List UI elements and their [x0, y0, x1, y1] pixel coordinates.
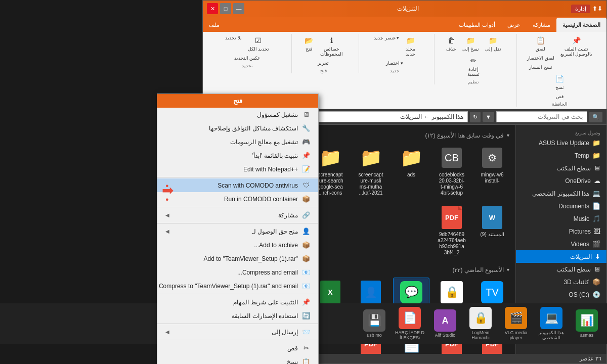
- sidebar-item-asus[interactable]: 📁ASUS Live Update: [516, 136, 606, 149]
- ribbon-group-organize: 📁 نقل إلى 📁 نسخ إلى 🗑 حذف ✏ إعادةتسمية ت…: [434, 34, 512, 84]
- btn-new-item[interactable]: ▾ عنصر جديد: [371, 34, 402, 58]
- ctx-pin-taskbar[interactable]: 📌التثبيت على شريط المهام: [157, 295, 318, 309]
- btn-shortcut[interactable]: ▾ اختصار: [383, 59, 406, 67]
- ctx-sep-4: [157, 294, 318, 294]
- ribbon-group-new: 📁 مجلدجديد ▾ عنصر جديد ▾ اختصار جديد: [359, 34, 430, 73]
- quick-access-label: وصول سريع: [516, 127, 606, 136]
- btn-cut[interactable]: قص: [552, 93, 568, 101]
- ctx-troubleshoot[interactable]: 🔧استكشاف مشاكل التوافق وإصلاحها: [157, 121, 318, 135]
- ctx-sep-6: [157, 340, 318, 340]
- btn-rename[interactable]: ✏ إعادةتسمية: [465, 54, 482, 78]
- maximize-button[interactable]: □: [220, 3, 231, 14]
- ctx-pin-start[interactable]: 📌تثبيت بالقائمة 'ابدأ': [157, 149, 318, 162]
- ctx-restore-versions[interactable]: 🔄استعادة الإصدارات السابقة: [157, 309, 318, 323]
- ctx-sep-2: [157, 207, 318, 207]
- btn-select-all[interactable]: ☑ تحديد الكل: [245, 34, 272, 53]
- btn-paste-shortcut[interactable]: لصق الاختصار: [525, 54, 557, 62]
- taskbar-vlc[interactable]: 🎬 VLC media player: [501, 307, 531, 340]
- sidebar-item-temp[interactable]: 📁Temp: [516, 149, 606, 162]
- minimize-button[interactable]: —: [233, 3, 244, 14]
- sidebar-item-documents[interactable]: 📄Documents: [516, 200, 606, 212]
- btn-open[interactable]: 📂 فتح: [301, 34, 317, 58]
- ctx-compress-rar-email[interactable]: 📧Compress to "TeamViewer_Setup (1).rar" …: [157, 279, 318, 293]
- taskbar-hamachi[interactable]: 🔒 LogMein Hamachi: [465, 307, 496, 340]
- ctx-sep-3: [157, 223, 318, 223]
- sidebar-item-videos[interactable]: 🎬Videos: [516, 238, 606, 250]
- ctx-copy[interactable]: 📋نسخ: [157, 355, 318, 364]
- sidebar-item-desktop1[interactable]: 🖥سطح المكتب: [516, 162, 606, 174]
- ribbon-tabs: الصفحة الرئيسية مشاركة عرض أدوات التطبيق…: [203, 17, 606, 32]
- btn-delete[interactable]: 🗑 حذف: [444, 34, 459, 53]
- sidebar-item-pictures[interactable]: 🖼Pictures: [516, 225, 606, 238]
- ctx-grant-access[interactable]: 👤منح حق الوصول لـ ◀: [157, 224, 318, 238]
- sidebar-item-desktop2[interactable]: 🖥سطح المكتب: [516, 263, 606, 276]
- btn-properties[interactable]: ℹ خصائصالمحفوظات: [318, 34, 345, 58]
- search-button[interactable]: 🔍: [589, 112, 602, 122]
- btn-copy-path[interactable]: نسخ المسار: [525, 63, 557, 71]
- btn-paste[interactable]: 📋 لصق: [525, 34, 557, 53]
- file-ads[interactable]: 📁 ads: [393, 143, 429, 199]
- quick-toolbar-icon: ⬆⬇: [592, 5, 602, 12]
- nav-expand[interactable]: ▼: [483, 112, 494, 122]
- tab-view[interactable]: عرض: [501, 18, 527, 32]
- tab-share[interactable]: مشاركة: [527, 18, 556, 32]
- search-input[interactable]: [496, 111, 587, 122]
- ctx-add-archive[interactable]: 📦Add to archive...: [157, 238, 318, 252]
- tab-apptools[interactable]: أدوات التطبيقات: [453, 18, 501, 32]
- taskbar-thispc[interactable]: 💻 هذا الكمبيوتر الشخصي: [536, 307, 567, 340]
- ctx-run-admin[interactable]: 🖥تشغيل كمسؤول: [157, 108, 318, 121]
- management-tab[interactable]: إدارة: [571, 5, 590, 13]
- btn-move-to[interactable]: 📁 نقل إلى: [483, 34, 504, 53]
- ctx-share[interactable]: 🔗مشاركة ◀: [157, 208, 318, 222]
- ctx-graphics[interactable]: 🎮تشغيل مع معالج الرسومات: [157, 135, 318, 149]
- sidebar-item-thispc[interactable]: 💻هذا الكمبيوتر الشخصي: [516, 187, 606, 200]
- file-9db[interactable]: PDF 9db746489a224764aebb93cb991a3bf4_2: [433, 203, 470, 258]
- window-controls: ✕ □ —: [207, 3, 244, 14]
- ribbon-group-clipboard: 📌 تثبيت الملفبالوصول السريع 📋 لصق لصق ال…: [516, 34, 602, 107]
- ctx-scan-comodo[interactable]: 🛡Scan with COMODO antivirus ●: [157, 178, 318, 192]
- btn-edit[interactable]: تحرير: [315, 59, 331, 67]
- status-items-count: ٣٦ عناصر: [580, 355, 601, 362]
- ctx-cut[interactable]: ✂قص: [157, 341, 318, 355]
- ctx-sep-1: [157, 177, 318, 177]
- taskbar-harc[interactable]: 📄 HARÇ İADE D İLEKÇESi: [395, 307, 425, 340]
- btn-pin[interactable]: 📌 تثبيت الملفبالوصول السريع: [558, 34, 595, 71]
- ribbon-group-select: ☑ تحديد الكل بلا تحديد عكس التحديد تحديد: [207, 34, 287, 68]
- tab-home[interactable]: الصفحة الرئيسية: [556, 18, 606, 32]
- sidebar-item-music[interactable]: 🎵Music: [516, 212, 606, 225]
- file-screencapture1[interactable]: 📁 screencapture-muslims-muthakaf-2021...: [353, 143, 389, 199]
- file-mingw[interactable]: ⚙ mingw-w6-install: [474, 143, 510, 199]
- ctx-sep-5: [157, 324, 318, 324]
- red-arrow-indicator: ➡: [162, 182, 174, 199]
- ctx-add-rar[interactable]: 📦"Add to "TeamViewer_Setup (1).rar: [157, 252, 318, 265]
- refresh-button[interactable]: ↻: [470, 112, 481, 122]
- taskbar-asmas[interactable]: 📊 asmas: [572, 309, 602, 338]
- file-codeblocks[interactable]: CB codeblocks-20.03-32bit-mingw-64bit-se…: [433, 143, 470, 199]
- sidebar-item-downloads[interactable]: ⬇التنزيلات: [516, 250, 606, 263]
- btn-copy-to[interactable]: 📁 نسخ إلى: [460, 34, 482, 53]
- taskbar-alifstudio[interactable]: A Alif Studio: [430, 309, 460, 338]
- ribbon-group-open: ℹ خصائصالمحفوظات 📂 فتح تحرير فتح: [291, 34, 355, 73]
- title-bar: ✕ □ — التنزيلات إدارة ⬆⬇: [203, 1, 606, 17]
- file-document9[interactable]: W المستند (9): [474, 203, 510, 258]
- close-button[interactable]: ✕: [207, 3, 218, 14]
- ctx-compress-email[interactable]: 📧Compress and email...: [157, 265, 318, 279]
- tab-back[interactable]: ملف: [203, 18, 226, 32]
- sidebar-item-osdrive[interactable]: 💿OS (C:): [516, 288, 606, 301]
- sidebar-item-3d[interactable]: 📦كائنات 3D: [516, 276, 606, 288]
- btn-new-folder[interactable]: 📁 مجلدجديد: [403, 34, 418, 58]
- context-menu-header: فتح: [157, 94, 318, 108]
- btn-copy[interactable]: 📄 نسخ: [552, 72, 568, 92]
- ctx-notepad[interactable]: 📝++Edit with Notepad: [157, 162, 318, 176]
- ctx-run-comodo[interactable]: 📦Run in COMODO container ●: [157, 192, 318, 206]
- btn-invert-select[interactable]: عكس التحديد: [232, 54, 263, 62]
- context-menu: فتح 🖥تشغيل كمسؤول 🔧استكشاف مشاكل التوافق…: [157, 94, 319, 364]
- window-title: التنزيلات: [244, 5, 571, 12]
- taskbar-usb[interactable]: 💾 usb mo: [359, 309, 389, 338]
- btn-select-none[interactable]: بلا تحديد: [223, 34, 244, 53]
- sidebar-item-onedrive[interactable]: ☁OneDrive: [516, 174, 606, 187]
- ctx-send-to[interactable]: 📨إرسال إلى ◀: [157, 325, 318, 339]
